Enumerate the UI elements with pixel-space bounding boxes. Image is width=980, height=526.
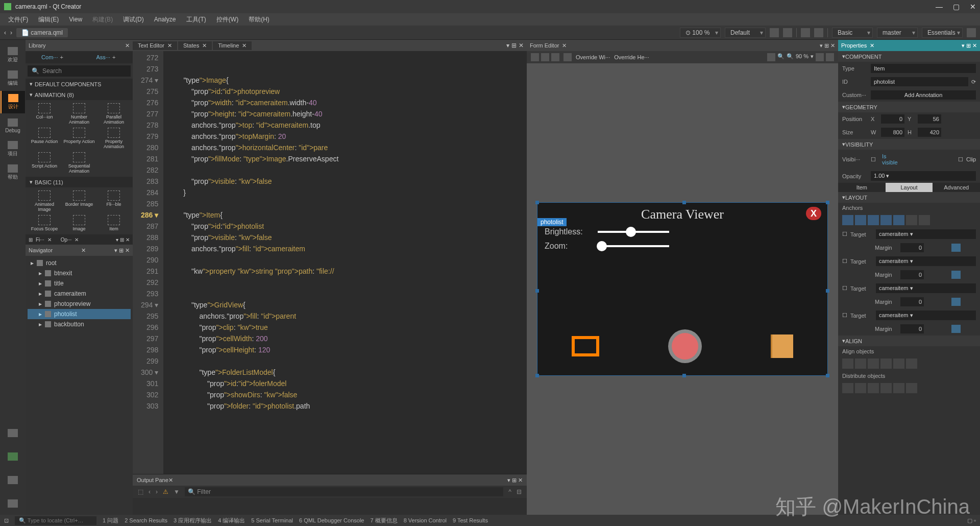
opacity-input[interactable]: 1.00 ▾ [871, 171, 976, 181]
tab-item[interactable]: Item [838, 183, 886, 192]
component-item[interactable]: Focus Scope [28, 214, 61, 232]
minimize-button[interactable]: — [936, 3, 943, 11]
nav-item-btnexit[interactable]: ▸btnexit [28, 268, 131, 278]
sb-qmldbg[interactable]: 6 QML Debugger Console [299, 517, 364, 523]
split-icon[interactable]: ▾ ⊞ ✕ [113, 234, 133, 245]
component-item[interactable]: Parallel Animation [97, 102, 131, 126]
layout-icon[interactable]: ⊞ [511, 42, 517, 49]
design-canvas[interactable]: photolist Camera Viewer X Brightless: Zo… [527, 63, 838, 515]
nav-back-icon[interactable]: ‹ [4, 29, 6, 36]
target-combo[interactable]: cameraitem ▾ [876, 256, 976, 266]
menu-view[interactable]: View [65, 15, 86, 24]
zoom-combo[interactable]: ⊙ 100 % [680, 28, 721, 38]
locate-input[interactable]: 🔍 Type to locate (Ctrl+… [15, 516, 96, 525]
sb-search[interactable]: 2 Search Results [125, 517, 167, 523]
tool-icon[interactable] [783, 28, 792, 37]
close-sidebar-icon[interactable]: ⊡ [4, 517, 9, 524]
zoom-out-icon[interactable]: 🔍 [777, 53, 785, 61]
menu-analyze[interactable]: Analyze [150, 15, 180, 24]
anchor-hcenter[interactable] [919, 215, 930, 225]
reset-icon[interactable]: ⟳ [971, 79, 976, 85]
component-item[interactable]: Pause Action [28, 127, 61, 150]
tab-assets[interactable]: Ass···+ [79, 51, 133, 63]
split-icon[interactable]: ▾ [506, 42, 509, 49]
nav-item-backbutton[interactable]: ▸backbutton [28, 319, 131, 329]
add-annotation-button[interactable]: Add Annotation [871, 90, 976, 100]
menu-widgets[interactable]: 控件(W) [212, 14, 242, 25]
maximize-button[interactable]: ▢ [953, 3, 960, 11]
tab-components[interactable]: Com···+ [26, 51, 79, 63]
tool-icon[interactable] [814, 28, 823, 37]
anchor-right[interactable] [880, 215, 892, 225]
zoom-value[interactable]: 90 % [796, 53, 808, 61]
snap-icon[interactable] [531, 53, 539, 61]
sb-vcs[interactable]: 8 Version Control [404, 517, 447, 523]
debug-run-button[interactable] [1, 469, 25, 491]
brightness-slider[interactable] [598, 231, 669, 233]
component-item[interactable]: Property Action [62, 127, 96, 150]
w-input[interactable]: 800 [881, 128, 904, 137]
component-item[interactable]: Script Action [28, 151, 61, 175]
code-editor[interactable]: 272273274 ▾27527627727827928028128228328… [133, 51, 527, 474]
nav-item-photopreview[interactable]: ▸photopreview [28, 299, 131, 309]
basic-combo[interactable]: Basic [832, 28, 873, 38]
mode-projects[interactable]: 项目 [1, 138, 25, 160]
tab-layout[interactable]: Layout [886, 183, 933, 192]
style-combo[interactable]: Default [725, 28, 766, 38]
section-default[interactable]: ▾ DEFAULT COMPONENTS [26, 79, 133, 89]
section-basic[interactable]: ▾ BASIC (11) [26, 177, 133, 187]
menu-build[interactable]: 构建(B) [88, 14, 117, 25]
margin-input[interactable]: 0 [900, 243, 924, 252]
menu-edit[interactable]: 编辑(E) [34, 14, 63, 25]
tab-filter[interactable]: ⊞ Fi··· ✕ [26, 234, 55, 245]
zoom-fit-icon[interactable] [767, 53, 775, 61]
reset-icon[interactable] [816, 53, 824, 61]
zoom-slider[interactable] [598, 245, 669, 247]
branch-combo[interactable]: master [877, 28, 918, 38]
tab-timeline[interactable]: Timeline ✕ [213, 41, 252, 50]
component-item[interactable]: Animated Image [28, 189, 61, 213]
essentials-combo[interactable]: Essentials [922, 28, 963, 38]
section-geometry[interactable]: ▾ GEOMETRY [838, 102, 980, 112]
zoom-in-icon[interactable]: 🔍 [787, 53, 794, 61]
target-combo[interactable]: cameraitem ▾ [876, 310, 976, 320]
snap-icon[interactable] [541, 53, 549, 61]
component-item[interactable]: Image [62, 214, 96, 232]
mode-design[interactable]: 设计 [1, 91, 25, 113]
component-item[interactable]: Item [97, 214, 131, 232]
warning-icon[interactable]: ⚠ [163, 488, 168, 495]
sb-issues[interactable]: 1 问题 [103, 517, 118, 524]
close-icon[interactable]: ✕ [519, 42, 524, 49]
override-width[interactable]: Override Wi··· [576, 54, 610, 60]
progress-icon[interactable]: ▢ ▫ [967, 517, 976, 524]
tab-options[interactable]: Op··· ✕ [55, 234, 82, 245]
section-animation[interactable]: ▾ ANIMATION (8) [26, 89, 133, 100]
photo-icon[interactable] [572, 336, 599, 356]
nav-fwd-icon[interactable]: › [10, 29, 12, 36]
anchor-vcenter[interactable] [906, 215, 917, 225]
id-input[interactable]: photolist [871, 77, 968, 86]
filter-icon[interactable]: ▼ [174, 488, 180, 495]
component-item[interactable]: Fli···ble [97, 189, 131, 213]
margin-input[interactable]: 0 [900, 324, 924, 333]
output-icon[interactable]: ⬚ [138, 488, 143, 495]
record-button[interactable] [668, 329, 702, 363]
component-item[interactable]: Sequential Animation [62, 151, 96, 175]
build-button[interactable] [1, 492, 25, 515]
section-align[interactable]: ▾ ALIGN [838, 336, 980, 346]
close-icon[interactable]: ✕ [125, 42, 130, 49]
section-visibility[interactable]: ▾ VISIBILITY [838, 139, 980, 150]
tab-states[interactable]: States ✕ [178, 41, 212, 50]
section-component[interactable]: ▾ COMPONENT [838, 51, 980, 62]
filter-input[interactable]: 🔍 Filter [185, 487, 503, 496]
component-item[interactable]: Border Image [62, 189, 96, 213]
h-input[interactable]: 420 [918, 128, 941, 137]
section-layout[interactable]: ▾ LAYOUT [838, 192, 980, 203]
tab-advanced[interactable]: Advanced [933, 183, 980, 192]
x-input[interactable]: 0 [881, 114, 904, 124]
device-close-button[interactable]: X [806, 207, 821, 220]
collapse-icon[interactable]: ^ [508, 488, 511, 495]
next-icon[interactable]: › [156, 488, 158, 495]
mode-welcome[interactable]: 欢迎 [1, 44, 25, 66]
target-combo[interactable]: cameraitem ▾ [876, 283, 976, 293]
